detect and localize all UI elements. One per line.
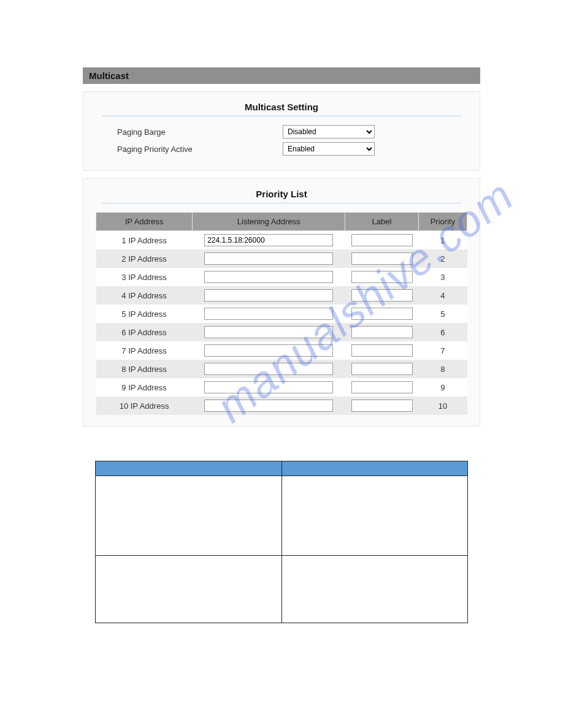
label-input[interactable] — [351, 271, 413, 283]
table-row: 9 IP Address9 — [96, 378, 467, 396]
ip-address-cell: 8 IP Address — [96, 360, 193, 378]
table-row: 4 IP Address4 — [96, 286, 467, 305]
priority-cell: 8 — [418, 360, 467, 378]
description-row — [96, 476, 468, 556]
listening-address-cell — [193, 323, 345, 341]
priority-table-header-row: IP Address Listening Address Label Prior… — [96, 213, 467, 231]
listening-address-cell — [193, 286, 345, 305]
listening-address-cell — [193, 231, 345, 250]
priority-cell: 5 — [418, 305, 467, 323]
listening-address-cell — [193, 249, 345, 268]
priority-cell: 6 — [418, 323, 467, 341]
table-row: 10 IP Address10 — [96, 396, 467, 415]
page-wrap: Multicast Multicast Setting Paging Barge… — [0, 0, 563, 623]
listening-address-input[interactable] — [204, 234, 333, 246]
description-cell — [282, 476, 468, 556]
ip-address-cell: 10 IP Address — [96, 396, 193, 415]
label-input[interactable] — [351, 344, 413, 357]
priority-cell: 10 — [418, 396, 467, 415]
settings-rows: Paging Barge Disabled Paging Priority Ac… — [96, 125, 467, 156]
description-table — [95, 461, 468, 623]
description-header-left — [96, 461, 282, 476]
priority-cell: 1 — [418, 231, 467, 250]
listening-address-cell — [193, 268, 345, 286]
ip-address-cell: 9 IP Address — [96, 378, 193, 396]
header-label: Label — [345, 213, 419, 231]
listening-address-input[interactable] — [204, 400, 333, 412]
multicast-setting-title: Multicast Setting — [96, 102, 467, 112]
priority-cell: 9 — [418, 378, 467, 396]
label-input[interactable] — [351, 234, 413, 246]
label-input[interactable] — [351, 252, 413, 265]
label-input[interactable] — [351, 308, 413, 320]
table-row: 7 IP Address7 — [96, 341, 467, 360]
paging-barge-row: Paging Barge Disabled — [117, 125, 446, 138]
description-cell — [282, 556, 468, 623]
label-cell — [345, 305, 419, 323]
description-header-right — [282, 461, 468, 476]
ip-address-cell: 1 IP Address — [96, 231, 193, 250]
listening-address-cell — [193, 305, 345, 323]
listening-address-input[interactable] — [204, 308, 333, 320]
listening-address-input[interactable] — [204, 252, 333, 265]
listening-address-input[interactable] — [204, 363, 333, 375]
header-listening-address: Listening Address — [193, 213, 345, 231]
label-input[interactable] — [351, 326, 413, 338]
priority-list-title: Priority List — [96, 189, 467, 199]
priority-table: IP Address Listening Address Label Prior… — [96, 212, 467, 415]
listening-address-input[interactable] — [204, 381, 333, 393]
label-input[interactable] — [351, 381, 413, 393]
paging-priority-active-row: Paging Priority Active Enabled — [117, 142, 446, 156]
label-input[interactable] — [351, 400, 413, 412]
ip-address-cell: 5 IP Address — [96, 305, 193, 323]
listening-address-cell — [193, 396, 345, 415]
section-underline — [102, 203, 461, 203]
label-cell — [345, 341, 419, 360]
label-cell — [345, 323, 419, 341]
label-cell — [345, 286, 419, 305]
listening-address-cell — [193, 341, 345, 360]
ip-address-cell: 6 IP Address — [96, 323, 193, 341]
section-underline — [102, 116, 461, 116]
listening-address-input[interactable] — [204, 289, 333, 301]
table-row: 5 IP Address5 — [96, 305, 467, 323]
priority-cell: 2 — [418, 249, 467, 268]
paging-barge-select[interactable]: Disabled — [283, 125, 375, 138]
table-row: 2 IP Address2 — [96, 249, 467, 268]
ip-address-cell: 2 IP Address — [96, 249, 193, 268]
table-row: 1 IP Address1 — [96, 231, 467, 250]
paging-barge-label: Paging Barge — [117, 127, 283, 137]
label-input[interactable] — [351, 363, 413, 375]
table-row: 3 IP Address3 — [96, 268, 467, 286]
label-input[interactable] — [351, 289, 413, 301]
ip-address-cell: 3 IP Address — [96, 268, 193, 286]
label-cell — [345, 396, 419, 415]
table-row: 6 IP Address6 — [96, 323, 467, 341]
priority-cell: 7 — [418, 341, 467, 360]
titlebar: Multicast — [83, 67, 480, 84]
paging-priority-active-select[interactable]: Enabled — [283, 142, 375, 156]
header-priority: Priority — [418, 213, 467, 231]
description-header-row — [96, 461, 468, 476]
priority-cell: 3 — [418, 268, 467, 286]
paging-priority-active-label: Paging Priority Active — [117, 145, 283, 154]
listening-address-input[interactable] — [204, 344, 333, 357]
multicast-setting-panel: Multicast Setting Paging Barge Disabled … — [83, 91, 480, 171]
label-cell — [345, 231, 419, 250]
priority-cell: 4 — [418, 286, 467, 305]
label-cell — [345, 360, 419, 378]
description-cell — [96, 556, 282, 623]
header-ip-address: IP Address — [96, 213, 193, 231]
description-cell — [96, 476, 282, 556]
listening-address-cell — [193, 378, 345, 396]
listening-address-input[interactable] — [204, 271, 333, 283]
label-cell — [345, 378, 419, 396]
description-row — [96, 556, 468, 623]
table-row: 8 IP Address8 — [96, 360, 467, 378]
ip-address-cell: 4 IP Address — [96, 286, 193, 305]
label-cell — [345, 268, 419, 286]
listening-address-input[interactable] — [204, 326, 333, 338]
priority-list-panel: Priority List IP Address Listening Addre… — [83, 178, 480, 427]
label-cell — [345, 249, 419, 268]
ip-address-cell: 7 IP Address — [96, 341, 193, 360]
